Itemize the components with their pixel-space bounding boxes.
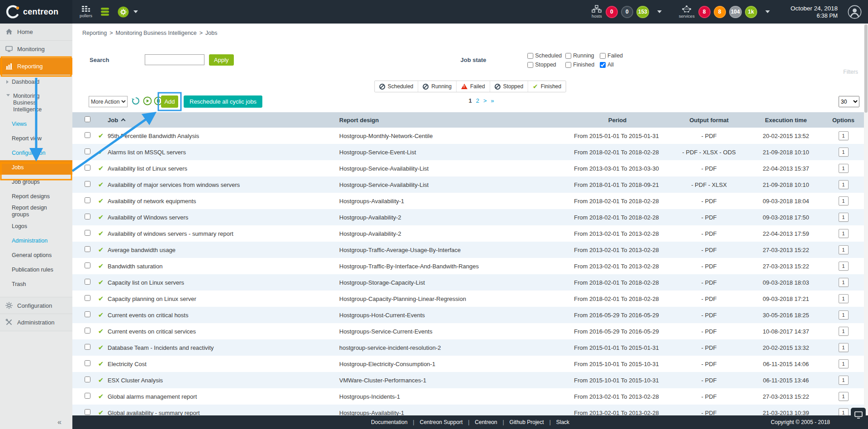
jobstate-checkbox-failed[interactable]: Failed bbox=[600, 52, 623, 59]
jobstate-checkbox-running[interactable]: Running bbox=[565, 52, 600, 59]
checkbox-input[interactable] bbox=[527, 53, 533, 59]
options-button[interactable]: 1 bbox=[839, 131, 849, 140]
jobstate-checkbox-stopped[interactable]: Stopped bbox=[527, 62, 565, 68]
job-name-link[interactable]: Availability of network equipments bbox=[108, 198, 339, 205]
column-header-options[interactable]: Options bbox=[819, 117, 868, 124]
row-checkbox[interactable] bbox=[85, 214, 90, 219]
options-button[interactable]: 1 bbox=[839, 359, 849, 368]
footer-link-github-project[interactable]: Github Project bbox=[509, 419, 544, 425]
job-name-link[interactable]: 95th Percentile Bandwidth Analysis bbox=[108, 133, 339, 139]
checkbox-input[interactable] bbox=[565, 62, 571, 68]
options-button[interactable]: 1 bbox=[839, 148, 849, 157]
sidebar-item-publication-rules[interactable]: Publication rules bbox=[0, 262, 72, 277]
sidebar-item-report-designs[interactable]: Report designs bbox=[0, 189, 72, 204]
sidebar-item-jobs[interactable]: Jobs bbox=[0, 160, 72, 175]
job-name-link[interactable]: Capacity list on Linux servers bbox=[108, 279, 339, 286]
job-name-link[interactable]: Electricity Cost bbox=[108, 361, 339, 367]
sidebar-item-reporting[interactable]: Reporting bbox=[0, 58, 72, 75]
options-button[interactable]: 1 bbox=[839, 164, 849, 173]
options-button[interactable]: 1 bbox=[839, 245, 849, 254]
job-name-link[interactable]: Availability of Windows servers bbox=[108, 214, 339, 221]
row-checkbox[interactable] bbox=[85, 262, 90, 268]
pollers-status[interactable]: pollers bbox=[80, 5, 92, 18]
options-button[interactable]: 1 bbox=[839, 343, 849, 352]
jobstate-checkbox-scheduled[interactable]: Scheduled bbox=[527, 52, 565, 59]
options-button[interactable]: 1 bbox=[839, 262, 849, 271]
chevron-down-icon[interactable] bbox=[657, 10, 662, 13]
sidebar-item-report-view[interactable]: Report view bbox=[0, 131, 72, 146]
options-button[interactable]: 1 bbox=[839, 376, 849, 385]
jobstate-checkbox-finished[interactable]: Finished bbox=[565, 62, 600, 68]
job-name-link[interactable]: Availability list of Linux servers bbox=[108, 165, 339, 172]
sidebar-item-logos[interactable]: Logos bbox=[0, 219, 72, 234]
job-name-link[interactable]: Availability of major services from wind… bbox=[108, 181, 339, 188]
column-header-period[interactable]: Period bbox=[570, 117, 665, 124]
row-checkbox[interactable] bbox=[85, 295, 90, 301]
page-2[interactable]: 2 bbox=[476, 97, 479, 104]
sidebar-item-dashboard[interactable]: Dashboard bbox=[0, 75, 72, 89]
footer-link-centreon[interactable]: Centreon bbox=[475, 419, 497, 425]
options-button[interactable]: 1 bbox=[839, 180, 849, 189]
services-status-icon-group[interactable]: services bbox=[679, 5, 695, 19]
sidebar-item-job-groups[interactable]: Job groups bbox=[0, 175, 72, 189]
column-header-output-format[interactable]: Output format bbox=[665, 117, 753, 124]
row-checkbox[interactable] bbox=[85, 311, 90, 317]
footer-link-centreon-support[interactable]: Centreon Support bbox=[420, 419, 463, 425]
row-checkbox[interactable] bbox=[85, 148, 90, 154]
sidebar-item-monitoring-business-intelligence[interactable]: Monitoring Business Intelligence bbox=[0, 89, 72, 117]
chevron-down-icon[interactable] bbox=[133, 10, 138, 13]
sidebar-item-general-options[interactable]: General options bbox=[0, 248, 72, 262]
row-checkbox[interactable] bbox=[85, 197, 90, 203]
sidebar-item-trash[interactable]: Trash bbox=[0, 277, 72, 291]
job-name-link[interactable]: Capacity planning on Linux server bbox=[108, 296, 339, 302]
options-button[interactable]: 1 bbox=[839, 294, 849, 303]
row-checkbox[interactable] bbox=[85, 165, 90, 171]
job-name-link[interactable]: Database Team - Incidents and reactivity bbox=[108, 344, 339, 351]
row-checkbox[interactable] bbox=[85, 344, 90, 350]
row-checkbox[interactable] bbox=[85, 393, 90, 399]
column-header-job[interactable]: Job bbox=[108, 117, 339, 124]
job-name-link[interactable]: Current events on critical services bbox=[108, 328, 339, 335]
footer-link-slack[interactable]: Slack bbox=[556, 419, 569, 425]
status-badge[interactable]: 8 bbox=[714, 6, 726, 18]
options-button[interactable]: 1 bbox=[839, 408, 849, 415]
row-checkbox[interactable] bbox=[85, 230, 90, 236]
fullscreen-button[interactable] bbox=[851, 408, 866, 422]
job-name-link[interactable]: Alarms list on MSSQL servers bbox=[108, 149, 339, 156]
column-header-execution-time[interactable]: Execution time bbox=[753, 117, 819, 124]
row-checkbox[interactable] bbox=[85, 409, 90, 415]
job-name-link[interactable]: Global alarms management report bbox=[108, 393, 339, 400]
centreon-logo[interactable]: centreon bbox=[0, 0, 72, 24]
breadcrumb-item-jobs[interactable]: Jobs bbox=[205, 30, 217, 36]
job-name-link[interactable]: Availability of windows servers - summar… bbox=[108, 230, 339, 237]
search-input[interactable] bbox=[145, 54, 204, 65]
page-size-select[interactable]: 30 bbox=[839, 96, 859, 107]
refresh-icon[interactable] bbox=[131, 96, 140, 105]
status-badge[interactable]: 153 bbox=[636, 6, 649, 18]
add-button[interactable]: Add bbox=[161, 95, 178, 108]
options-button[interactable]: 1 bbox=[839, 213, 849, 222]
sidebar-item-views[interactable]: Views bbox=[0, 117, 72, 131]
select-all-checkbox[interactable] bbox=[85, 116, 90, 122]
row-checkbox[interactable] bbox=[85, 181, 90, 187]
sidebar-item-configuration[interactable]: Configuration bbox=[0, 146, 72, 160]
poller-config-icon[interactable] bbox=[118, 6, 129, 18]
footer-link-documentation[interactable]: Documentation bbox=[371, 419, 408, 425]
job-name-link[interactable]: ESX Cluster Analysis bbox=[108, 377, 339, 384]
sidebar-collapse-button[interactable]: « bbox=[57, 418, 62, 426]
job-name-link[interactable]: Average bandwidth usage bbox=[108, 247, 339, 253]
sidebar-item-administration[interactable]: Administration bbox=[0, 314, 72, 331]
row-checkbox[interactable] bbox=[85, 246, 90, 252]
status-badge[interactable]: 0 bbox=[606, 6, 618, 18]
reschedule-button[interactable]: Reschedule all cyclic jobs bbox=[184, 95, 262, 108]
row-checkbox[interactable] bbox=[85, 360, 90, 366]
status-badge[interactable]: 1k bbox=[745, 6, 757, 18]
poller-stack-icon[interactable] bbox=[100, 7, 110, 17]
jobstate-checkbox-all[interactable]: All bbox=[600, 62, 623, 68]
options-button[interactable]: 1 bbox=[839, 392, 849, 401]
row-checkbox[interactable] bbox=[85, 328, 90, 334]
row-checkbox[interactable] bbox=[85, 132, 90, 138]
hosts-status-icon-group[interactable]: hosts bbox=[592, 5, 602, 19]
job-name-link[interactable]: Bandwidth saturation bbox=[108, 263, 339, 270]
page-1[interactable]: 1 bbox=[469, 97, 472, 104]
